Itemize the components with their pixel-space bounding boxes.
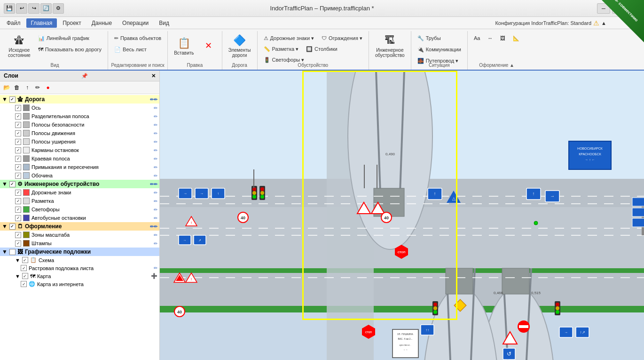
layer-group-doroga-header[interactable]: ▼ 🛣 Дорога ✏✏ [0,95,159,104]
layer-item-widening[interactable]: Полосы уширения ✏ [0,137,159,146]
layers-delete-button[interactable]: 🗑 [12,83,22,92]
map-area[interactable]: → → ↑ ! [160,71,644,360]
layer-item-bus-stops[interactable]: Автобусные остановки ✏ [0,214,159,222]
inzh-checkbox[interactable] [9,181,16,187]
layer-item-edge-lane[interactable]: Краевая полоса ✏ [0,154,159,163]
layers-close-icon[interactable]: ✕ [151,73,156,79]
stamps-checkbox[interactable] [15,240,21,247]
axis-name: Ось [31,105,152,111]
edge-lane-checkbox[interactable] [15,156,21,162]
separator-name: Разделительная полоса [31,113,152,119]
markup-layer-checkbox[interactable] [15,198,21,204]
traffic-lights-layer-checkbox[interactable] [15,207,21,213]
ribbon-btn-linear-chart[interactable]: 📊 Линейный график [35,33,105,43]
bus-stops-checkbox[interactable] [15,215,21,221]
undo-button[interactable]: ↩ [16,3,27,14]
menu-project[interactable]: Проект [58,18,86,28]
config-collapse-button[interactable]: ▲ [601,20,606,26]
separator-checkbox[interactable] [15,113,21,120]
stamps-name: Штампы [31,240,152,246]
ribbon-group-obustr: ⚠ Дорожные знаки ▾ 🛡 Ограждения ▾ 📏 Разм… [258,31,369,70]
layer-subgroup-schema-header[interactable]: ▼ 📋 Схема [0,256,159,264]
layer-group-inzh-header[interactable]: ▼ ⚙ Инженерное обустройство ✏✏ [0,180,159,188]
ribbon-btn-markup[interactable]: 📏 Разметка ▾ [260,44,302,54]
ribbon-btn-road-elements[interactable]: 🔷 Элементыдороги [225,33,254,59]
layers-pin-icon[interactable]: 📌 [81,73,88,79]
ribbon-btn-text[interactable]: Aa [471,33,483,43]
doroga-checkbox[interactable] [9,96,16,103]
add-map-icon[interactable]: ➕ [151,273,157,279]
layer-item-stop-pockets[interactable]: Карманы остановок ✏ [0,146,159,154]
layer-subgroup-map-header[interactable]: ▼ 🗺 Карта ➕ [0,272,159,280]
layer-group-graphics-header[interactable]: ▼ 🖼 Графические подложки [0,248,159,256]
ribbon-btn-full-sheet[interactable]: 📄 Весь лист [111,44,165,55]
layer-item-road-signs[interactable]: Дорожные знаки ✏ [0,188,159,197]
layer-item-stamps[interactable]: Штампы ✏ [0,239,159,248]
menu-data[interactable]: Данные [87,18,117,28]
ribbon-btn-arrows[interactable]: ↔ [484,33,496,43]
layer-item-separator[interactable]: Разделительная полоса ✏ [0,112,159,120]
ribbon-btn-show-road[interactable]: 🗺 Показывать всю дорогу [35,44,105,55]
layer-item-axis[interactable]: Ось ✏ [0,104,159,112]
ribbon-btn-pipes[interactable]: 🔧 Трубы [414,33,464,43]
ribbon-btn-image[interactable]: 🖼 [497,33,509,43]
ribbon-btn-comms[interactable]: 🔌 Коммуникации [414,44,464,55]
redo-button[interactable]: ↪ [28,3,39,14]
stop-pockets-checkbox[interactable] [15,147,21,153]
layer-item-markup-layer[interactable]: Разметка ✏ [0,197,159,205]
widening-checkbox[interactable] [15,139,21,145]
axis-checkbox[interactable] [15,105,21,111]
scale-zones-checkbox[interactable] [15,232,21,238]
layer-item-traffic-lights-layer[interactable]: Светофоры ✏ [0,205,159,214]
save-button[interactable]: 💾 [4,3,15,14]
ribbon-btn-fences[interactable]: 🛡 Ограждения ▾ [318,33,366,43]
layer-item-junctions[interactable]: Примыкания и пересечения ✏ [0,163,159,171]
junctions-color [23,164,30,170]
layers-up-button[interactable]: ↑ [23,83,32,92]
road-signs-layer-checkbox[interactable] [15,190,21,196]
raster-bg-checkbox[interactable] [21,265,27,271]
shoulder-checkbox[interactable] [15,173,21,179]
svg-text:40: 40 [384,216,389,220]
map-group-checkbox[interactable] [22,273,28,279]
traffic-lanes-checkbox[interactable] [15,130,21,136]
menubar: Файл Главная Проект Данные Операции Вид … [0,17,644,29]
menu-file[interactable]: Файл [2,18,25,28]
ribbon-btn-edit-objects[interactable]: ✏ Правка объектов [111,33,165,43]
ribbon-btn-pillars[interactable]: 🔲 Столбики [303,44,341,54]
oform-checkbox[interactable] [9,224,16,230]
settings-button[interactable]: ⚙ [53,3,64,14]
layer-item-shoulder[interactable]: Обочина ✏ [0,171,159,180]
ribbon-btn-paste[interactable]: 📋 Вставить [171,33,197,59]
ribbon-btn-delete[interactable]: ✕ [198,33,219,59]
svg-point-79 [556,310,559,314]
layers-add-button[interactable]: 📂 [2,83,11,92]
menu-view[interactable]: Вид [154,18,174,28]
shoulder-color [23,172,30,179]
layers-red-button[interactable]: ● [43,83,53,92]
widening-name: Полосы уширения [31,139,152,144]
layer-item-scale-zones[interactable]: Зоны масштаба ✏ [0,231,159,239]
ribbon-btn-source-state-label: Исходноесостояние [8,48,31,58]
layer-group-oform-header[interactable]: ▼ 🗒 Оформление ✏✏ [0,222,159,231]
ribbon-btn-source-state[interactable]: 🛣 Исходноесостояние [5,33,34,59]
refresh-button[interactable]: 🔄 [40,3,52,14]
svg-point-37 [252,195,256,199]
svg-text:0,490: 0,490 [385,152,395,156]
layer-item-web-map[interactable]: 🌐 Карта из интернета [0,280,159,288]
ribbon-btn-eng-equip[interactable]: 🏗 Инженерноеобустройство [372,33,408,59]
layers-pencil-button[interactable]: ✏ [33,83,42,92]
ribbon-btn-frame[interactable]: 📐 [510,33,523,43]
layer-item-raster-bg[interactable]: Растровая подложка листа ✏ [0,264,159,272]
menu-operations[interactable]: Операции [118,18,153,28]
safety-lanes-checkbox[interactable] [15,122,21,128]
ribbon-btn-road-signs[interactable]: ⚠ Дорожные знаки ▾ [260,33,318,43]
junctions-checkbox[interactable] [15,164,21,170]
web-map-checkbox[interactable] [21,281,27,287]
layer-item-traffic-lanes[interactable]: Полосы движения ✏ [0,129,159,137]
graphics-checkbox[interactable] [9,249,16,255]
layers-header: Слои 📌 ✕ [0,71,159,81]
schema-checkbox[interactable] [22,257,28,263]
menu-home[interactable]: Главная [26,18,57,28]
layer-item-safety-lanes[interactable]: Полосы безопасности ✏ [0,120,159,129]
